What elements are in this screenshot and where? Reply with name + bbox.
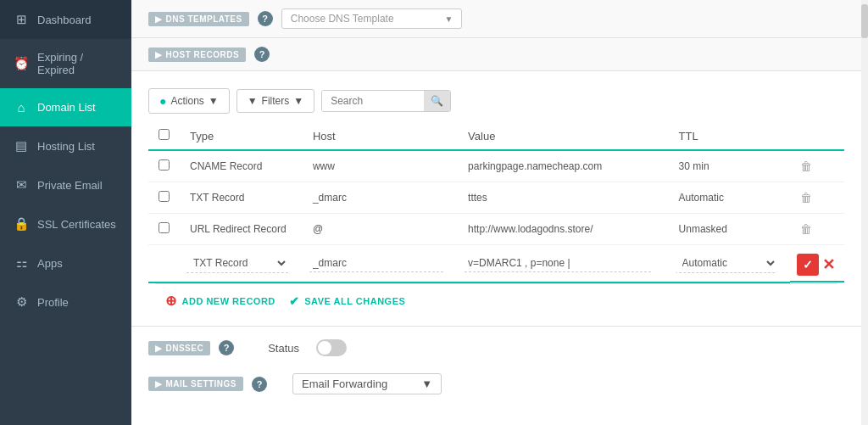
- sidebar-item-profile[interactable]: ⚙ Profile: [0, 282, 131, 322]
- plus-icon: ⊕: [165, 293, 177, 309]
- col-host: Host: [303, 122, 458, 150]
- row3-type: URL Redirect Record: [180, 214, 303, 245]
- dnssec-status-label: Status: [268, 342, 299, 355]
- apps-icon: ⚏: [14, 255, 29, 271]
- row3-delete-button[interactable]: 🗑: [800, 222, 812, 236]
- edit-host-input[interactable]: [309, 254, 443, 272]
- row1-checkbox[interactable]: [159, 159, 170, 171]
- mail-dropdown-arrow-icon: ▼: [421, 377, 432, 390]
- select-all-checkbox[interactable]: [159, 129, 170, 140]
- scrollbar-thumb[interactable]: [861, 4, 868, 38]
- email-icon: ✉: [14, 177, 29, 193]
- row3-ttl: Unmasked: [669, 214, 790, 245]
- col-ttl: TTL: [669, 122, 790, 150]
- dnssec-toggle[interactable]: [316, 339, 347, 356]
- dnssec-label[interactable]: ▶ DNSSEC: [148, 341, 210, 355]
- sidebar-item-domain-list[interactable]: ⌂ Domain List: [0, 88, 131, 126]
- mail-settings-bar: ▶ MAIL SETTINGS ? Email Forwarding ▼: [148, 373, 844, 394]
- actions-dot: ●: [159, 94, 166, 108]
- sidebar: ⊞ Dashboard ⏰ Expiring / Expired ⌂ Domai…: [0, 0, 131, 425]
- search-button[interactable]: 🔍: [424, 91, 450, 111]
- profile-icon: ⚙: [14, 294, 29, 310]
- ssl-icon: 🔒: [14, 216, 29, 232]
- domain-icon: ⌂: [14, 100, 29, 115]
- edit-cancel-button[interactable]: ✕: [822, 255, 835, 274]
- sidebar-item-label: SSL Certificates: [37, 218, 116, 231]
- mail-settings-section: ▶ MAIL SETTINGS ? Email Forwarding ▼: [131, 365, 861, 403]
- save-changes-button[interactable]: ✔ SAVE ALL CHANGES: [289, 294, 406, 308]
- edit-type-select[interactable]: TXT Record CNAME Record URL Redirect Rec…: [186, 254, 288, 273]
- dnssec-bar: ▶ DNSSEC ? Status: [148, 339, 844, 356]
- sidebar-item-ssl[interactable]: 🔒 SSL Certificates: [0, 204, 131, 243]
- sidebar-item-label: Private Email: [37, 179, 103, 192]
- host-records-help[interactable]: ?: [254, 47, 270, 62]
- row3-value: http://www.lodagodns.store/: [458, 214, 668, 245]
- table-row: CNAME Record www parkingpage.namecheap.c…: [148, 150, 844, 182]
- col-type: Type: [180, 122, 303, 150]
- search-box: 🔍: [321, 90, 451, 112]
- mail-settings-label[interactable]: ▶ MAIL SETTINGS: [148, 377, 243, 391]
- dashboard-icon: ⊞: [14, 12, 29, 27]
- dnssec-status-row: Status: [268, 339, 347, 356]
- sidebar-item-private-email[interactable]: ✉ Private Email: [0, 165, 131, 204]
- sidebar-item-label: Dashboard: [37, 14, 92, 26]
- search-input[interactable]: [322, 91, 424, 111]
- dns-templates-help[interactable]: ?: [258, 11, 273, 26]
- actions-chevron-icon: ▼: [209, 95, 219, 107]
- sidebar-item-label: Apps: [37, 257, 63, 270]
- filters-chevron-icon: ▼: [293, 95, 303, 107]
- edit-confirm-button[interactable]: ✓: [797, 254, 819, 276]
- row2-checkbox[interactable]: [159, 191, 170, 202]
- row1-value: parkingpage.namecheap.com: [458, 150, 668, 182]
- sidebar-item-expiring[interactable]: ⏰ Expiring / Expired: [0, 39, 131, 88]
- sidebar-item-apps[interactable]: ⚏ Apps: [0, 243, 131, 282]
- row2-host: _dmarc: [303, 182, 458, 214]
- edit-row: TXT Record CNAME Record URL Redirect Rec…: [148, 245, 844, 283]
- row1-host: www: [303, 150, 458, 182]
- row2-type: TXT Record: [180, 182, 303, 214]
- sidebar-item-hosting-list[interactable]: ▤ Hosting List: [0, 126, 131, 165]
- filter-icon: ▼: [248, 95, 258, 107]
- sidebar-item-dashboard[interactable]: ⊞ Dashboard: [0, 0, 131, 39]
- records-toolbar: ● Actions ▼ ▼ Filters ▼ 🔍: [148, 88, 844, 114]
- sidebar-item-label: Domain List: [37, 101, 96, 114]
- dns-template-dropdown[interactable]: Choose DNS Template ▼: [281, 8, 463, 29]
- add-record-button[interactable]: ⊕ ADD NEW RECORD: [165, 293, 275, 309]
- table-row: TXT Record _dmarc tttes Automatic 🗑: [148, 182, 844, 214]
- row2-value: tttes: [458, 182, 668, 214]
- mail-arrow-icon: ▶: [155, 379, 163, 389]
- row2-ttl: Automatic: [669, 182, 790, 214]
- main-content: ▶ DNS TEMPLATES ? Choose DNS Template ▼ …: [131, 0, 861, 425]
- sidebar-item-label: Expiring / Expired: [37, 51, 118, 76]
- table-row: URL Redirect Record @ http://www.lodagod…: [148, 214, 844, 245]
- dnssec-arrow-icon: ▶: [155, 344, 163, 353]
- edit-ttl-select[interactable]: Automatic 30 min 1 hour: [676, 254, 777, 273]
- edit-value-input[interactable]: [465, 254, 651, 272]
- row1-ttl: 30 min: [669, 150, 790, 182]
- row3-host: @: [303, 214, 458, 245]
- hosting-icon: ▤: [14, 138, 29, 154]
- host-arrow-icon: ▶: [155, 50, 163, 59]
- row1-type: CNAME Record: [180, 150, 303, 182]
- sidebar-item-label: Hosting List: [37, 140, 95, 153]
- mail-forwarding-dropdown[interactable]: Email Forwarding ▼: [292, 373, 442, 394]
- host-records-bar: ▶ HOST RECORDS ?: [131, 38, 861, 71]
- mail-settings-help[interactable]: ?: [252, 377, 267, 392]
- sidebar-item-label: Profile: [37, 296, 69, 309]
- dnssec-section: ▶ DNSSEC ? Status: [131, 326, 861, 365]
- scrollbar-track: [861, 0, 868, 425]
- row2-delete-button[interactable]: 🗑: [800, 191, 812, 204]
- host-records-label[interactable]: ▶ HOST RECORDS: [148, 48, 246, 62]
- actions-button[interactable]: ● Actions ▼: [148, 88, 230, 114]
- host-records-content: ● Actions ▼ ▼ Filters ▼ 🔍 Type: [131, 71, 861, 317]
- dns-templates-label[interactable]: ▶ DNS TEMPLATES: [148, 12, 249, 26]
- col-value: Value: [458, 122, 668, 150]
- row3-checkbox[interactable]: [159, 222, 170, 233]
- check-icon: ✔: [289, 294, 300, 308]
- dnssec-help[interactable]: ?: [219, 340, 234, 355]
- filters-button[interactable]: ▼ Filters ▼: [236, 89, 314, 113]
- records-table: Type Host Value TTL CNAME Record www par…: [148, 122, 844, 283]
- dns-arrow-icon: ▶: [155, 14, 163, 24]
- dns-templates-bar: ▶ DNS TEMPLATES ? Choose DNS Template ▼: [131, 0, 861, 38]
- row1-delete-button[interactable]: 🗑: [800, 159, 812, 173]
